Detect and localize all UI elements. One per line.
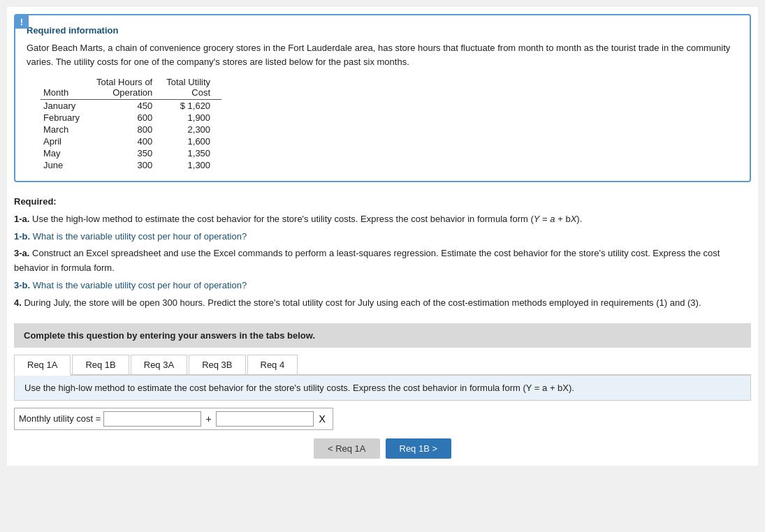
page-wrapper: ! Required information Gator Beach Marts…	[7, 7, 758, 466]
next-button[interactable]: Req 1B >	[386, 438, 452, 459]
table-cell: 400	[94, 135, 163, 147]
info-icon: !	[15, 15, 29, 29]
table-row: March8002,300	[41, 124, 221, 135]
info-box-description: Gator Beach Marts, a chain of convenienc…	[27, 41, 738, 68]
complete-bar: Complete this question by entering your …	[14, 323, 751, 348]
table-row: January450$ 1,620	[41, 100, 221, 112]
req-1a-text2: + bX).	[558, 214, 582, 224]
table-cell: February	[41, 112, 94, 124]
table-cell: June	[41, 159, 94, 171]
info-box-title: Required information	[27, 25, 738, 36]
req-4-label: 4.	[14, 297, 24, 308]
tab-content: Use the high-low method to estimate the …	[14, 376, 751, 401]
complete-bar-text: Complete this question by entering your …	[24, 330, 315, 341]
tab-req-4[interactable]: Req 4	[247, 355, 298, 374]
tab-req-1b[interactable]: Req 1B	[72, 355, 129, 374]
required-section: Required: 1-a. Use the high-low method t…	[14, 195, 751, 311]
table-cell: May	[41, 147, 94, 159]
req-1b-label: 1-b.	[14, 231, 33, 242]
table-cell: 1,600	[163, 135, 221, 147]
table-cell: 350	[94, 147, 163, 159]
req-3b: 3-b. What is the variable utility cost p…	[14, 279, 751, 293]
table-cell: $ 1,620	[163, 100, 221, 112]
required-title: Required:	[14, 196, 57, 207]
table-row: April4001,600	[41, 135, 221, 147]
req-4: 4. During July, the store will be open 3…	[14, 296, 751, 311]
col-header-month: Month	[41, 75, 94, 100]
clear-button[interactable]: X	[316, 413, 328, 424]
req-3a-label: 3-a.	[14, 248, 32, 258]
data-table: Month Total Hours ofOperation Total Util…	[41, 75, 221, 171]
req-3b-label: 3-b.	[14, 280, 33, 290]
prev-button[interactable]: < Req 1A	[314, 438, 380, 459]
table-row: February6001,900	[41, 112, 221, 124]
table-row: June3001,300	[41, 159, 221, 171]
req-1b-text: What is the variable utility cost per ho…	[33, 231, 247, 242]
table-cell: January	[41, 100, 94, 112]
col-header-hours: Total Hours ofOperation	[94, 75, 163, 100]
info-box: ! Required information Gator Beach Marts…	[14, 14, 751, 182]
table-cell: 600	[94, 112, 163, 124]
table-cell: 800	[94, 124, 163, 135]
nav-buttons: < Req 1A Req 1B >	[14, 438, 751, 459]
formula-label: Monthly utility cost =	[19, 413, 101, 424]
req-3b-text: What is the variable utility cost per ho…	[33, 280, 247, 290]
tab-req-1a[interactable]: Req 1A	[14, 355, 71, 376]
req-1a: 1-a. Use the high-low method to estimate…	[14, 212, 751, 227]
table-cell: March	[41, 124, 94, 135]
req-1a-label: 1-a.	[14, 214, 32, 224]
table-cell: 300	[94, 159, 163, 171]
input-row: Monthly utility cost = + X	[14, 408, 333, 430]
table-cell: April	[41, 135, 94, 147]
req-3a: 3-a. Construct an Excel spreadsheet and …	[14, 246, 751, 276]
table-row: May3501,350	[41, 147, 221, 159]
formula-input-2[interactable]	[216, 411, 314, 427]
req-4-text: During July, the store will be open 300 …	[24, 297, 701, 308]
table-cell: 450	[94, 100, 163, 112]
req-1a-text: Use the high-low method to estimate the …	[32, 214, 555, 224]
req-1b: 1-b. What is the variable utility cost p…	[14, 230, 751, 244]
table-cell: 1,350	[163, 147, 221, 159]
col-header-cost: Total UtilityCost	[163, 75, 221, 100]
table-cell: 1,300	[163, 159, 221, 171]
tab-req-3a[interactable]: Req 3A	[131, 355, 187, 374]
tab-description: Use the high-low method to estimate the …	[24, 383, 741, 393]
formula-input-1[interactable]	[103, 411, 201, 427]
tabs-row: Req 1AReq 1BReq 3AReq 3BReq 4	[14, 355, 751, 376]
plus-sign: +	[204, 413, 212, 424]
tab-req-3b[interactable]: Req 3B	[189, 355, 245, 374]
table-cell: 1,900	[163, 112, 221, 124]
req-3a-text: Construct an Excel spreadsheet and use t…	[14, 248, 720, 273]
table-cell: 2,300	[163, 124, 221, 135]
